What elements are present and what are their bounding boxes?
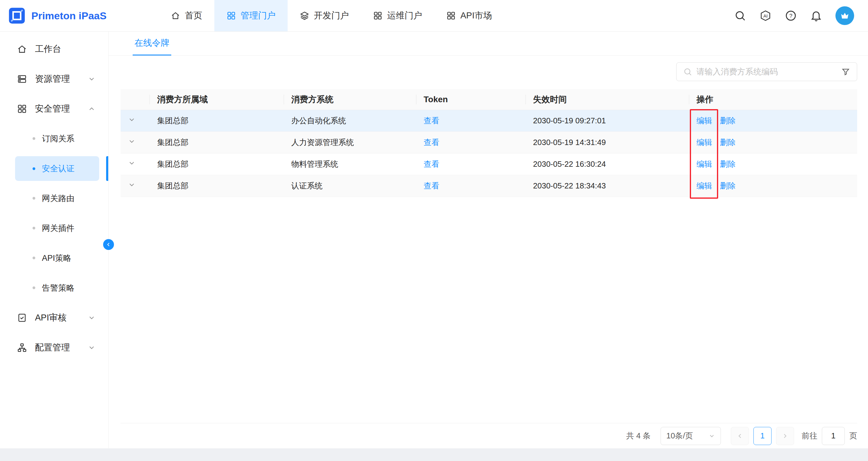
nav-item-label: 管理门户: [241, 10, 276, 22]
delete-link[interactable]: 删除: [720, 181, 736, 191]
cell-domain: 集团总部: [150, 131, 284, 153]
cell-expire-time: 2030-05-19 09:27:01: [526, 110, 689, 131]
nav-item-home[interactable]: 首页: [159, 0, 214, 31]
cell-expire-time: 2030-05-22 16:30:24: [526, 153, 689, 175]
page-size-value: 10条/页: [666, 431, 693, 441]
column-header-actions: 操作: [689, 89, 857, 110]
page-size-select[interactable]: 10条/页: [660, 427, 721, 445]
sidebar-item-label: 配置管理: [35, 342, 70, 354]
delete-link[interactable]: 删除: [720, 159, 736, 170]
sidebar-item-label: API策略: [42, 253, 71, 264]
nav-item-api-market[interactable]: API市场: [434, 0, 504, 31]
server-icon: [17, 74, 27, 84]
search-placeholder: 请输入消费方系统编码: [696, 66, 837, 77]
column-header-expire: 失效时间: [526, 89, 689, 110]
chevron-down-icon: [88, 314, 96, 322]
sidebar-item-label: 订阅关系: [42, 133, 74, 144]
nav-item-admin-portal[interactable]: 管理门户: [214, 0, 288, 31]
chevron-down-icon: [709, 433, 715, 439]
sidebar-subitem-security-auth[interactable]: 安全认证: [15, 156, 99, 181]
search-icon[interactable]: [734, 10, 746, 22]
column-header-expand: [121, 89, 150, 110]
pagination: 共 4 条 10条/页 1 前往 页: [121, 423, 857, 448]
column-header-system: 消费方系统: [284, 89, 416, 110]
brand[interactable]: Primeton iPaaS: [8, 7, 137, 25]
sidebar-item-label: 网关插件: [42, 223, 74, 234]
expand-row-icon[interactable]: [128, 181, 136, 189]
consumer-code-search-input[interactable]: 请输入消费方系统编码: [676, 62, 857, 81]
nav-item-label: 首页: [185, 10, 202, 22]
filter-icon[interactable]: [841, 67, 850, 76]
table-row[interactable]: 集团总部 人力资源管理系统 查看 2030-05-19 14:31:49 编辑 …: [121, 131, 857, 153]
svg-text:?: ?: [789, 13, 792, 19]
grid-icon: [17, 104, 27, 114]
nav-item-label: 运维门户: [387, 10, 422, 22]
content-spacer: [108, 197, 868, 423]
bullet-icon: [33, 197, 35, 199]
table-row[interactable]: 集团总部 物料管理系统 查看 2030-05-22 16:30:24 编辑 删除: [121, 153, 857, 175]
grid-icon: [226, 11, 236, 21]
sidebar-item-resources[interactable]: 资源管理: [0, 64, 108, 94]
home-icon: [17, 44, 27, 54]
sidebar-item-api-review[interactable]: API审核: [0, 303, 108, 333]
goto-label: 前往: [802, 431, 817, 441]
brand-logo-icon: [8, 7, 26, 25]
edit-link[interactable]: 编辑: [696, 159, 712, 170]
delete-link[interactable]: 删除: [720, 116, 736, 126]
nav-item-ops-portal[interactable]: 运维门户: [361, 0, 434, 31]
sidebar-subitem-gateway-plugins[interactable]: 网关插件: [15, 213, 99, 243]
next-page-button[interactable]: [776, 427, 794, 445]
avatar[interactable]: [835, 6, 854, 25]
bullet-icon: [33, 227, 35, 229]
footer-strip: [0, 448, 868, 461]
view-token-link[interactable]: 查看: [424, 138, 439, 147]
sidebar-collapse-button[interactable]: [103, 239, 114, 250]
tokens-table: 消费方所属域 消费方系统 Token 失效时间 操作 集团总部: [121, 89, 857, 197]
sidebar-item-config[interactable]: 配置管理: [0, 333, 108, 362]
prev-page-button[interactable]: [731, 427, 749, 445]
expand-row-icon[interactable]: [128, 116, 136, 124]
app: Primeton iPaaS 首页 管理门户 开发门户: [0, 0, 868, 461]
nav-item-dev-portal[interactable]: 开发门户: [288, 0, 361, 31]
toolbar: 请输入消费方系统编码: [108, 56, 868, 81]
sitemap-icon: [17, 342, 27, 353]
content-panel: 请输入消费方系统编码: [108, 56, 868, 448]
sidebar-subitem-subscriptions[interactable]: 订阅关系: [15, 124, 99, 153]
edit-link[interactable]: 编辑: [696, 137, 712, 148]
sidebar-item-workbench[interactable]: 工作台: [0, 34, 108, 64]
sidebar-subitem-alert-policy[interactable]: 告警策略: [15, 273, 99, 303]
chevron-up-icon: [88, 105, 96, 113]
sidebar-subitem-api-policy[interactable]: API策略: [15, 243, 99, 273]
expand-row-icon[interactable]: [128, 137, 136, 145]
top-bar: Primeton iPaaS 首页 管理门户 开发门户: [0, 0, 868, 32]
layers-icon: [300, 11, 309, 21]
tab-bar: 在线令牌: [108, 32, 868, 56]
page-number-button[interactable]: 1: [753, 427, 772, 445]
grid-icon: [373, 11, 382, 21]
view-token-link[interactable]: 查看: [424, 159, 439, 168]
sidebar-subitem-gateway-routes[interactable]: 网关路由: [15, 183, 99, 213]
view-token-link[interactable]: 查看: [424, 181, 439, 190]
view-token-link[interactable]: 查看: [424, 116, 439, 125]
help-icon[interactable]: ?: [785, 10, 797, 22]
sidebar-item-label: API审核: [35, 312, 67, 324]
goto-page-input[interactable]: [822, 427, 845, 445]
goto-page: 前往 页: [802, 427, 857, 445]
delete-link[interactable]: 删除: [720, 137, 736, 148]
cell-expire-time: 2030-05-22 18:34:43: [526, 175, 689, 196]
edit-link[interactable]: 编辑: [696, 181, 712, 191]
ai-assistant-icon[interactable]: AI: [760, 10, 772, 22]
edit-link[interactable]: 编辑: [696, 116, 712, 126]
cell-domain: 集团总部: [150, 153, 284, 175]
bullet-icon: [33, 137, 35, 140]
expand-row-icon[interactable]: [128, 159, 136, 167]
table-row[interactable]: 集团总部 办公自动化系统 查看 2030-05-19 09:27:01 编辑 删…: [121, 110, 857, 131]
tab-online-tokens[interactable]: 在线令牌: [133, 32, 171, 56]
table-row[interactable]: 集团总部 认证系统 查看 2030-05-22 18:34:43 编辑 删除: [121, 175, 857, 196]
cell-system: 人力资源管理系统: [284, 131, 416, 153]
bell-icon[interactable]: [810, 10, 822, 22]
search-icon: [683, 67, 692, 76]
nav-item-label: API市场: [460, 10, 492, 22]
cell-system: 办公自动化系统: [284, 110, 416, 131]
sidebar-item-security[interactable]: 安全管理: [0, 94, 108, 124]
